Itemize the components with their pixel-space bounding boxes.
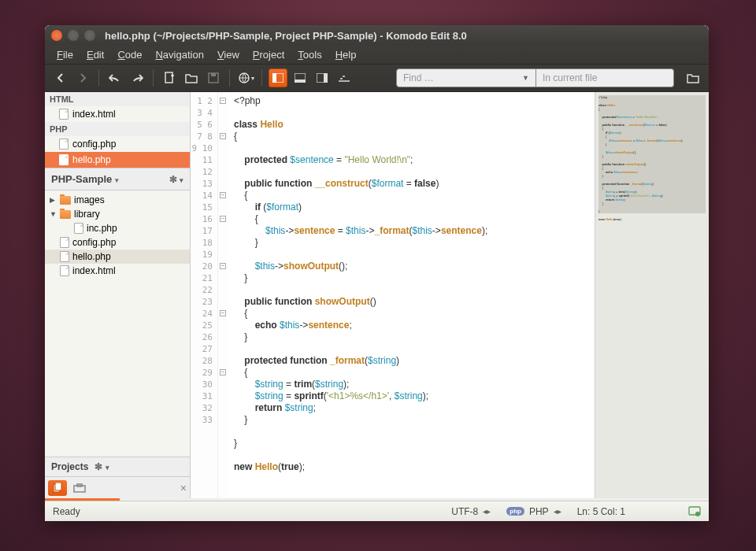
tree-folder[interactable]: ▼library [45, 207, 190, 221]
status-position[interactable]: Ln: 5 Col: 1 [577, 506, 625, 517]
project-header[interactable]: PHP-Sample ▾ ✻ ▾ [45, 168, 190, 190]
tree-file[interactable]: index.html [45, 264, 190, 278]
file-icon [74, 223, 83, 234]
svg-rect-9 [324, 73, 328, 83]
new-file-button[interactable] [160, 68, 179, 87]
find-scope-input[interactable]: In current file [536, 68, 674, 87]
menu-edit[interactable]: Edit [81, 47, 109, 62]
forward-button[interactable] [73, 68, 92, 87]
projects-header[interactable]: Projects ✻ ▾ [45, 457, 190, 476]
status-ready: Ready [53, 506, 80, 517]
sidebar-tabs: × [45, 476, 190, 498]
menu-view[interactable]: View [212, 47, 245, 62]
svg-rect-0 [165, 72, 172, 83]
menu-file[interactable]: File [51, 47, 79, 62]
file-icon [60, 237, 69, 248]
menu-code[interactable]: Code [112, 47, 147, 62]
menu-tools[interactable]: Tools [292, 47, 327, 62]
menu-help[interactable]: Help [330, 47, 362, 62]
redo-button[interactable] [128, 68, 146, 87]
svg-rect-5 [272, 73, 276, 83]
sidebar-close-button[interactable]: × [180, 482, 187, 494]
file-icon [59, 139, 69, 150]
folder-icon [60, 196, 71, 205]
focus-mode-button[interactable] [335, 68, 354, 87]
file-icon [60, 265, 69, 276]
code-area[interactable]: <?php class Hello{ protected $sentence =… [228, 92, 595, 498]
open-file-item[interactable]: hello.php [45, 152, 190, 168]
main-area: HTMLindex.htmlPHPconfig.phphello.php PHP… [45, 92, 709, 498]
line-gutter: 1 2 3 4 5 6 7 8 9 10 11 12 13 14 15 16 1… [191, 92, 218, 498]
window-minimize-button[interactable] [68, 30, 79, 41]
menubar: File Edit Code Navigation View Project T… [45, 46, 709, 65]
toolbar: ▾ Find …▼ In current file [45, 65, 709, 92]
window-close-button[interactable] [51, 30, 62, 41]
open-files-panel: HTMLindex.htmlPHPconfig.phphello.php [45, 92, 190, 168]
browser-preview-button[interactable]: ▾ [236, 68, 255, 87]
file-icon [60, 251, 69, 262]
open-find-folder-button[interactable] [684, 68, 702, 87]
titlebar[interactable]: hello.php (~/Projects/PHP-Sample, Projec… [45, 25, 709, 46]
projects-settings-icon[interactable]: ✻ ▾ [94, 461, 109, 472]
back-button[interactable] [51, 68, 70, 87]
svg-rect-11 [55, 483, 61, 490]
app-window: hello.php (~/Projects/PHP-Sample, Projec… [45, 25, 709, 521]
minimap[interactable]: <?php class Hello{ protected $sentence =… [595, 92, 709, 498]
sidebar: HTMLindex.htmlPHPconfig.phphello.php PHP… [45, 92, 191, 498]
open-file-item[interactable]: index.html [45, 106, 190, 122]
menu-navigation[interactable]: Navigation [150, 47, 209, 62]
right-pane-toggle[interactable] [313, 68, 332, 87]
open-files-group: HTML [45, 92, 190, 106]
open-files-group: PHP [45, 122, 190, 136]
file-icon [59, 109, 69, 120]
status-encoding[interactable]: UTF-8◂▸ [451, 506, 491, 517]
folder-icon [60, 210, 71, 219]
editor[interactable]: 1 2 3 4 5 6 7 8 9 10 11 12 13 14 15 16 1… [191, 92, 709, 498]
window-maximize-button[interactable] [84, 30, 95, 41]
project-tree: ▶images▼libraryinc.phpconfig.phphello.ph… [45, 190, 190, 457]
statusbar: Ready UTF-8◂▸ phpPHP◂▸ Ln: 5 Col: 1 [45, 501, 709, 521]
menu-project[interactable]: Project [247, 47, 290, 62]
left-pane-toggle[interactable] [269, 68, 287, 87]
places-tab[interactable] [48, 480, 67, 496]
open-file-item[interactable]: config.php [45, 136, 190, 152]
svg-rect-7 [295, 80, 306, 83]
bottom-pane-toggle[interactable] [291, 68, 309, 87]
sync-icon[interactable] [688, 506, 701, 517]
status-language[interactable]: phpPHP◂▸ [506, 506, 561, 517]
file-icon [59, 154, 69, 165]
toolbox-tab[interactable] [70, 480, 89, 496]
project-settings-icon[interactable]: ✻ ▾ [169, 174, 183, 185]
fold-column[interactable]: −−−−−−− [218, 92, 228, 498]
save-button[interactable] [204, 68, 223, 87]
tree-file[interactable]: hello.php [45, 250, 190, 264]
svg-rect-2 [211, 73, 216, 76]
undo-button[interactable] [106, 68, 124, 87]
open-file-button[interactable] [182, 68, 201, 87]
tree-file[interactable]: config.php [45, 235, 190, 250]
svg-point-15 [695, 512, 700, 516]
tree-folder[interactable]: ▶images [45, 193, 190, 207]
tree-file[interactable]: inc.php [45, 221, 190, 235]
window-title: hello.php (~/Projects/PHP-Sample, Projec… [105, 30, 467, 42]
find-input[interactable]: Find …▼ [396, 68, 536, 87]
